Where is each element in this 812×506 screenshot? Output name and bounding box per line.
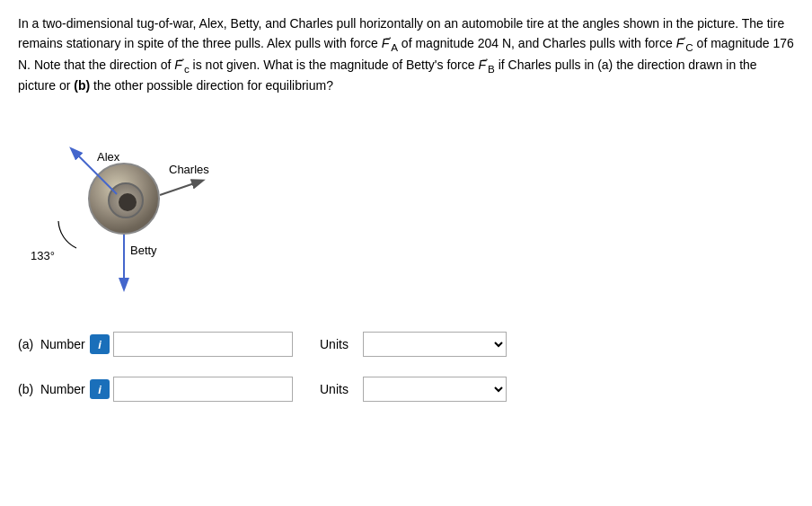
units-label-b: Units [320,382,356,396]
info-button-a[interactable]: i [90,334,110,354]
answer-section: (a) Number i Units N kN lbf (b) Number i… [18,332,794,402]
force-FC2-arrow: F [174,56,184,75]
betty-text-svg: Betty [130,244,157,257]
diagram-svg: Alex Charles Betty 133° [27,109,296,315]
part-a-label: (a) Number [18,337,90,351]
answer-row-b: (b) Number i Units N kN lbf [18,377,794,402]
angle-arc [58,221,76,248]
number-input-a[interactable] [113,332,293,357]
alex-text-svg: Alex [97,150,120,164]
force-FB-arrow: F [478,56,488,75]
info-button-b[interactable]: i [90,379,110,399]
units-select-b[interactable]: N kN lbf [363,377,507,402]
units-select-a[interactable]: N kN lbf [363,332,507,357]
problem-text: In a two-dimensional tug-of-war, Alex, B… [18,14,794,96]
force-FC-arrow: F [676,34,686,54]
units-label-a: Units [320,337,356,351]
answer-row-a: (a) Number i Units N kN lbf [18,332,794,357]
charles-text-svg: Charles [169,163,209,176]
number-input-b[interactable] [113,377,293,402]
charles-arrow [160,181,202,195]
angle-text-svg: 133° [31,249,55,262]
problem-container: In a two-dimensional tug-of-war, Alex, B… [18,14,794,402]
diagram: Alex Charles Betty 133° [27,109,296,315]
force-FA-arrow: F [382,34,392,54]
part-b-label: (b) Number [18,382,90,396]
